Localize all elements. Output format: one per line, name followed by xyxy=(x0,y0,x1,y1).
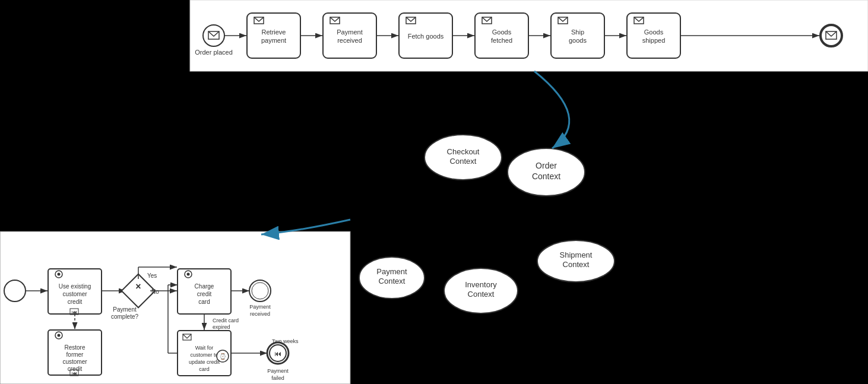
svg-text:required: required xyxy=(4,312,26,318)
svg-rect-70 xyxy=(178,269,231,314)
svg-text:customer: customer xyxy=(62,291,87,297)
svg-text:credit: credit xyxy=(68,366,83,372)
svg-rect-42 xyxy=(48,269,102,314)
svg-text:Payment: Payment xyxy=(113,306,137,313)
svg-text:Credit card: Credit card xyxy=(213,318,239,323)
svg-text:Payment: Payment xyxy=(3,304,27,311)
svg-point-78 xyxy=(252,283,268,299)
svg-text:Context: Context xyxy=(532,172,560,181)
svg-rect-61 xyxy=(122,274,156,308)
svg-rect-12 xyxy=(323,13,376,58)
svg-point-71 xyxy=(185,271,192,278)
svg-text:⏮: ⏮ xyxy=(72,309,77,315)
svg-rect-18 xyxy=(406,17,416,24)
svg-point-108 xyxy=(444,268,518,313)
svg-text:Ship: Ship xyxy=(571,28,584,36)
svg-text:No: No xyxy=(151,288,159,295)
svg-text:⏮: ⏮ xyxy=(274,350,281,358)
svg-rect-3 xyxy=(190,0,868,71)
retrieve-payment-label: Retrieve xyxy=(262,28,286,36)
svg-point-44 xyxy=(58,273,61,276)
svg-text:⏮: ⏮ xyxy=(72,370,77,376)
svg-rect-8 xyxy=(247,13,300,58)
svg-point-106 xyxy=(359,257,425,299)
svg-rect-6 xyxy=(208,31,219,39)
svg-text:customer: customer xyxy=(62,358,87,365)
svg-text:card: card xyxy=(198,299,210,305)
svg-point-77 xyxy=(249,280,271,302)
svg-rect-31 xyxy=(627,13,680,58)
svg-text:Context: Context xyxy=(450,157,477,166)
svg-point-102 xyxy=(425,135,502,180)
svg-text:credit: credit xyxy=(197,291,212,297)
svg-text:complete?: complete? xyxy=(111,313,139,320)
svg-rect-21 xyxy=(475,13,528,58)
svg-text:received: received xyxy=(337,37,362,44)
svg-text:Payment: Payment xyxy=(249,304,271,310)
svg-rect-26 xyxy=(551,13,604,58)
svg-rect-13 xyxy=(330,17,340,24)
svg-text:customer to: customer to xyxy=(190,352,218,358)
svg-rect-22 xyxy=(482,17,492,24)
order-placed-label: Order placed xyxy=(195,49,233,56)
svg-text:⌚: ⌚ xyxy=(219,353,227,360)
svg-rect-27 xyxy=(558,17,568,24)
svg-text:received: received xyxy=(250,311,270,317)
svg-point-43 xyxy=(55,271,62,278)
svg-point-53 xyxy=(58,334,61,337)
svg-text:Charge: Charge xyxy=(195,283,214,290)
svg-text:Yes: Yes xyxy=(147,272,157,279)
svg-text:Context: Context xyxy=(379,277,406,285)
svg-point-38 xyxy=(4,280,26,302)
svg-rect-9 xyxy=(254,17,264,24)
svg-point-72 xyxy=(187,273,190,276)
svg-text:Goods: Goods xyxy=(492,28,512,36)
svg-rect-51 xyxy=(48,330,102,375)
svg-text:card: card xyxy=(199,366,210,372)
svg-text:Use existing: Use existing xyxy=(59,283,91,290)
order-context-label: Order xyxy=(536,161,557,170)
svg-rect-17 xyxy=(399,13,452,58)
svg-rect-85 xyxy=(183,334,191,340)
svg-text:Restore: Restore xyxy=(64,344,85,351)
svg-point-104 xyxy=(508,148,585,196)
svg-point-52 xyxy=(55,332,62,339)
svg-point-95 xyxy=(270,345,286,361)
svg-rect-32 xyxy=(634,17,644,24)
svg-text:Context: Context xyxy=(563,260,590,269)
svg-text:credit: credit xyxy=(68,299,83,305)
svg-point-94 xyxy=(267,342,289,364)
payment-context-label: Payment xyxy=(376,267,407,276)
svg-text:fetched: fetched xyxy=(491,37,512,44)
svg-point-90 xyxy=(217,350,229,362)
svg-text:expired: expired xyxy=(213,324,230,330)
svg-rect-4 xyxy=(0,231,350,384)
svg-text:goods: goods xyxy=(569,37,587,44)
svg-rect-48 xyxy=(70,309,78,315)
shipment-context-label: Shipment xyxy=(560,250,593,259)
svg-point-36 xyxy=(821,25,842,46)
svg-text:Goods: Goods xyxy=(644,28,664,36)
svg-text:Fetch goods: Fetch goods xyxy=(408,33,444,40)
inventory-context-label: Inventory xyxy=(465,280,497,289)
svg-text:Two weeks: Two weeks xyxy=(272,338,299,344)
svg-rect-37 xyxy=(826,31,837,39)
svg-text:Wait for: Wait for xyxy=(195,345,214,351)
svg-rect-84 xyxy=(178,331,231,376)
svg-rect-58 xyxy=(70,370,78,376)
svg-text:former: former xyxy=(66,351,84,358)
svg-text:×: × xyxy=(135,281,141,291)
svg-text:Context: Context xyxy=(468,290,495,299)
svg-text:shipped: shipped xyxy=(642,37,666,44)
svg-text:failed: failed xyxy=(271,375,284,381)
svg-text:Payment: Payment xyxy=(267,368,289,374)
svg-text:payment: payment xyxy=(261,37,286,44)
svg-text:Payment: Payment xyxy=(337,28,362,36)
order-delivered-label: Order delivered xyxy=(809,49,854,56)
svg-text:update credit: update credit xyxy=(189,359,220,365)
svg-point-110 xyxy=(537,240,614,282)
checkout-context-label: Checkout xyxy=(447,147,480,156)
svg-point-5 xyxy=(203,25,224,46)
